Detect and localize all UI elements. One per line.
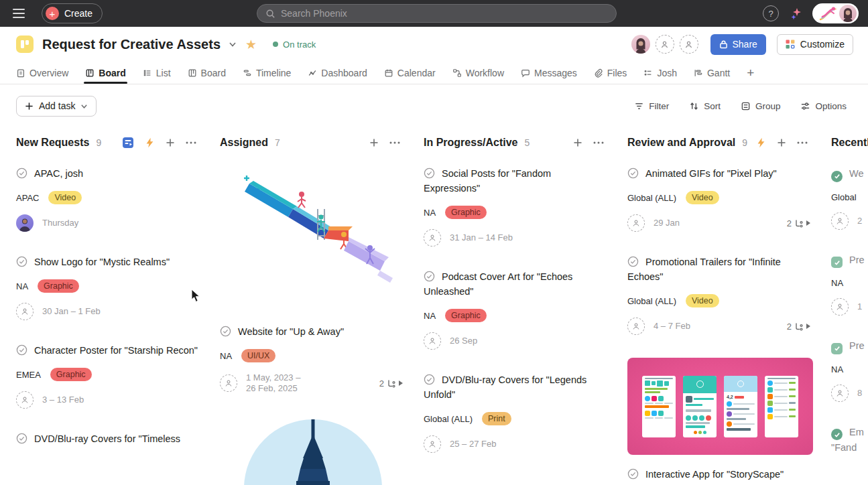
- column-header[interactable]: In Progress/Active 5: [424, 129, 609, 151]
- task-check-icon[interactable]: [627, 468, 639, 480]
- assignee-placeholder[interactable]: [16, 303, 34, 320]
- region-label[interactable]: NA: [424, 311, 436, 321]
- share-button[interactable]: Share: [710, 34, 766, 55]
- subtask-indicator[interactable]: 2: [787, 218, 813, 228]
- task-card[interactable]: DVD/Blu-ray Covers for "Legends Unfold" …: [424, 372, 609, 453]
- rules-lightning-icon[interactable]: [756, 137, 766, 148]
- search-input[interactable]: [281, 8, 608, 19]
- task-check-icon[interactable]: [424, 374, 435, 385]
- assignee-avatar[interactable]: [16, 214, 34, 232]
- task-card[interactable]: Social Posts for "Fandom Expressions" NA…: [424, 166, 609, 247]
- task-card[interactable]: Promotional Trailers for "Infinite Echoe…: [627, 255, 813, 335]
- column-header[interactable]: Review and Approval 9: [627, 129, 813, 151]
- filter-button[interactable]: Filter: [634, 101, 669, 111]
- task-card[interactable]: Animated GIFs for "Pixel Play" Global (A…: [627, 166, 813, 232]
- column-header[interactable]: Recently: [831, 129, 868, 151]
- tag-pill[interactable]: Graphic: [50, 368, 92, 381]
- task-card[interactable]: Em "Fand: [831, 425, 868, 456]
- region-label[interactable]: NA: [220, 351, 232, 361]
- tag-pill[interactable]: Graphic: [38, 279, 79, 293]
- invite-member-placeholder[interactable]: [656, 35, 674, 54]
- column-options-button[interactable]: [593, 141, 604, 144]
- form-icon[interactable]: [122, 137, 134, 149]
- tab-gantt[interactable]: Gantt: [694, 62, 730, 84]
- tab-josh[interactable]: Josh: [643, 62, 677, 84]
- add-task-button[interactable]: Add task: [16, 96, 97, 117]
- task-check-icon[interactable]: [627, 167, 639, 179]
- region-label[interactable]: NA: [424, 208, 436, 218]
- column-header[interactable]: New Requests 9: [16, 129, 202, 151]
- tag-pill[interactable]: Video: [686, 294, 719, 307]
- task-card[interactable]: Show Logo for "Mystic Realms" NA Graphic…: [16, 255, 202, 320]
- task-card[interactable]: Podcast Cover Art for "Echoes Unleashed"…: [424, 269, 609, 350]
- tab-workflow[interactable]: Workflow: [452, 62, 504, 84]
- column-options-button[interactable]: [389, 141, 400, 144]
- task-card[interactable]: DVD/Blu-ray Covers for "Timeless: [16, 431, 202, 446]
- task-check-icon[interactable]: [16, 167, 27, 179]
- tag-pill[interactable]: Graphic: [445, 309, 487, 322]
- group-button[interactable]: Group: [741, 101, 781, 111]
- task-check-icon[interactable]: [627, 256, 639, 267]
- tag-pill[interactable]: Video: [48, 191, 82, 204]
- assignee-placeholder[interactable]: [831, 385, 849, 402]
- create-button[interactable]: + Create: [42, 3, 103, 23]
- member-avatar[interactable]: [631, 35, 650, 54]
- assignee-placeholder[interactable]: [220, 374, 237, 392]
- tag-pill[interactable]: Print: [482, 412, 511, 425]
- add-task-to-column-button[interactable]: [166, 138, 175, 147]
- account-pill[interactable]: [812, 3, 859, 23]
- project-icon[interactable]: [16, 36, 34, 53]
- region-label[interactable]: APAC: [16, 193, 39, 203]
- chevron-down-icon[interactable]: [229, 40, 237, 48]
- task-approved-icon[interactable]: [831, 343, 843, 354]
- region-label[interactable]: Global (ALL): [627, 193, 676, 203]
- favorite-star-icon[interactable]: ★: [245, 38, 257, 51]
- region-label[interactable]: Global (ALL): [424, 414, 473, 424]
- sort-button[interactable]: Sort: [689, 101, 721, 111]
- add-task-to-column-button[interactable]: [369, 138, 379, 147]
- task-check-icon[interactable]: [424, 271, 435, 282]
- task-check-icon[interactable]: [16, 344, 27, 356]
- tab-board-2[interactable]: Board: [188, 62, 226, 84]
- task-completed-icon[interactable]: [831, 171, 843, 182]
- options-button[interactable]: Options: [800, 101, 847, 111]
- task-card[interactable]: Pre NA 1: [831, 253, 868, 316]
- assignee-placeholder[interactable]: [424, 435, 441, 453]
- task-check-icon[interactable]: [220, 326, 231, 337]
- region-label[interactable]: Global (ALL): [627, 296, 676, 306]
- invite-member-placeholder[interactable]: [680, 35, 698, 54]
- task-check-icon[interactable]: [424, 167, 435, 179]
- column-options-button[interactable]: [797, 141, 808, 144]
- rules-lightning-icon[interactable]: [145, 137, 155, 148]
- tab-files[interactable]: Files: [594, 62, 627, 84]
- app-mockups-cover-image[interactable]: 4,2: [627, 358, 813, 455]
- search-bar[interactable]: [257, 4, 617, 23]
- assignee-placeholder[interactable]: [831, 212, 849, 230]
- tab-board-active[interactable]: Board: [85, 62, 125, 84]
- task-check-icon[interactable]: [16, 256, 27, 267]
- tab-overview[interactable]: Overview: [16, 62, 68, 84]
- tab-dashboard[interactable]: Dashboard: [308, 62, 367, 84]
- tag-pill[interactable]: UI/UX: [241, 349, 275, 362]
- region-label[interactable]: NA: [831, 364, 843, 374]
- task-card[interactable]: Interactive App for "StoryScape": [627, 467, 813, 482]
- region-label[interactable]: NA: [831, 278, 843, 288]
- ai-sparkle-icon[interactable]: [788, 6, 803, 21]
- task-card[interactable]: Website for "Up & Away" NA UI/UX 1 May, …: [220, 324, 406, 394]
- region-label[interactable]: NA: [16, 281, 28, 291]
- tab-timeline[interactable]: Timeline: [243, 62, 291, 84]
- assignee-placeholder[interactable]: [424, 229, 441, 247]
- region-label[interactable]: EMEA: [16, 370, 41, 380]
- column-options-button[interactable]: [186, 141, 196, 144]
- status-badge[interactable]: On track: [273, 40, 316, 50]
- tag-pill[interactable]: Graphic: [445, 206, 487, 219]
- column-header[interactable]: Assigned 7: [220, 129, 406, 151]
- add-task-to-column-button[interactable]: [777, 138, 786, 147]
- assignee-placeholder[interactable]: [424, 332, 441, 350]
- tab-calendar[interactable]: Calendar: [384, 62, 436, 84]
- tab-list[interactable]: List: [143, 62, 171, 84]
- assignee-placeholder[interactable]: [16, 391, 34, 409]
- task-card[interactable]: Pre NA 8: [831, 338, 868, 402]
- customize-button[interactable]: Customize: [777, 34, 853, 55]
- task-card[interactable]: We Global 2: [831, 166, 868, 230]
